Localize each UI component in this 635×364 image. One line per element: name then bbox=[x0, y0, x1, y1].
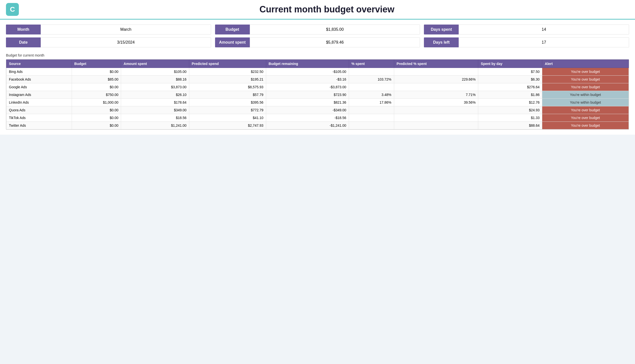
page-title: Current month budget overview bbox=[25, 4, 629, 15]
table-cell: $24.93 bbox=[478, 106, 542, 114]
table-row: Facebook Ads$85.00$88.16$195.21-$3.16103… bbox=[7, 76, 629, 83]
table-cell: -$1,241.00 bbox=[266, 122, 349, 130]
budget-table: Source Budget Amount spent Predicted spe… bbox=[6, 60, 629, 130]
table-cell: $821.36 bbox=[266, 99, 349, 106]
col-header-pct-spent: % spent bbox=[349, 60, 394, 68]
table-cell: $12.76 bbox=[478, 99, 542, 106]
col-header-amount-spent: Amount spent bbox=[121, 60, 189, 68]
table-cell: $88.64 bbox=[478, 122, 542, 130]
amount-spent-value: $5,879.46 bbox=[250, 38, 420, 47]
col-header-predicted-pct-spent: Predicted % spent bbox=[394, 60, 478, 68]
table-cell: $0.00 bbox=[72, 106, 121, 114]
table-cell: $105.00 bbox=[121, 68, 189, 76]
table-cell: $349.00 bbox=[121, 106, 189, 114]
table-cell: $1,241.00 bbox=[121, 122, 189, 130]
info-column-right: Days spent 14 Days left 17 bbox=[424, 24, 629, 47]
table-cell bbox=[349, 122, 394, 130]
table-cell bbox=[349, 114, 394, 122]
table-cell: $395.56 bbox=[189, 99, 266, 106]
table-cell: $85.00 bbox=[72, 76, 121, 83]
table-cell: $57.79 bbox=[189, 91, 266, 99]
month-label: Month bbox=[6, 24, 41, 34]
table-cell: $772.79 bbox=[189, 106, 266, 114]
date-value: 3/15/2024 bbox=[41, 38, 211, 47]
table-cell: Bing Ads bbox=[7, 68, 72, 76]
table-row: Bing Ads$0.00$105.00$232.50-$105.00$7.50… bbox=[7, 68, 629, 76]
info-grid: Month March Date 3/15/2024 Budget $1,835… bbox=[6, 24, 629, 47]
table-cell: LinkedIn Ads bbox=[7, 99, 72, 106]
table-cell bbox=[394, 114, 478, 122]
table-cell: Instagram Ads bbox=[7, 91, 72, 99]
days-spent-label: Days spent bbox=[424, 24, 459, 34]
table-cell: $1.86 bbox=[478, 91, 542, 99]
info-row-budget: Budget $1,835.00 bbox=[215, 24, 420, 34]
table-cell bbox=[394, 83, 478, 91]
section-title: Budget for current month bbox=[6, 53, 629, 57]
info-row-days-spent: Days spent 14 bbox=[424, 24, 629, 34]
logo-letter: C bbox=[10, 6, 15, 14]
alert-cell: You're over budget bbox=[542, 114, 629, 122]
table-cell: $0.00 bbox=[72, 114, 121, 122]
table-cell: 39.56% bbox=[394, 99, 478, 106]
alert-cell: You're within budget bbox=[542, 91, 629, 99]
table-cell: $26.10 bbox=[121, 91, 189, 99]
alert-cell: You're over budget bbox=[542, 83, 629, 91]
table-row: Quora Ads$0.00$349.00$772.79-$349.00$24.… bbox=[7, 106, 629, 114]
table-cell: -$3,873.00 bbox=[266, 83, 349, 91]
table-cell bbox=[394, 106, 478, 114]
table-cell: $276.64 bbox=[478, 83, 542, 91]
logo: C bbox=[6, 3, 19, 16]
table-cell: -$18.56 bbox=[266, 114, 349, 122]
table-cell: $7.50 bbox=[478, 68, 542, 76]
table-cell: 229.66% bbox=[394, 76, 478, 83]
table-cell: 103.72% bbox=[349, 76, 394, 83]
table-cell: 17.86% bbox=[349, 99, 394, 106]
info-row-days-left: Days left 17 bbox=[424, 38, 629, 47]
col-header-source: Source bbox=[7, 60, 72, 68]
col-header-predicted-spend: Predicted spend bbox=[189, 60, 266, 68]
table-cell bbox=[394, 68, 478, 76]
days-spent-value: 14 bbox=[459, 24, 629, 34]
table-cell: $1.33 bbox=[478, 114, 542, 122]
table-cell: Quora Ads bbox=[7, 106, 72, 114]
table-cell bbox=[349, 106, 394, 114]
table-cell: $0.00 bbox=[72, 68, 121, 76]
col-header-budget-remaining: Budget remaining bbox=[266, 60, 349, 68]
table-cell: 3.48% bbox=[349, 91, 394, 99]
info-column-center: Budget $1,835.00 Amount spent $5,879.46 bbox=[215, 24, 420, 47]
table-cell bbox=[394, 122, 478, 130]
table-cell: $41.10 bbox=[189, 114, 266, 122]
table-row: Instagram Ads$750.00$26.10$57.79$723.903… bbox=[7, 91, 629, 99]
days-left-value: 17 bbox=[459, 38, 629, 47]
alert-cell: You're over budget bbox=[542, 106, 629, 114]
table-cell: $232.50 bbox=[189, 68, 266, 76]
budget-value: $1,835.00 bbox=[250, 24, 420, 34]
header: C Current month budget overview bbox=[0, 0, 635, 20]
col-header-spent-by-day: Spent by day bbox=[478, 60, 542, 68]
budget-label: Budget bbox=[215, 24, 250, 34]
table-cell: $2,747.93 bbox=[189, 122, 266, 130]
amount-spent-label: Amount spent bbox=[215, 38, 250, 47]
table-cell: $1,000.00 bbox=[72, 99, 121, 106]
alert-cell: You're within budget bbox=[542, 99, 629, 106]
table-header-row: Source Budget Amount spent Predicted spe… bbox=[7, 60, 629, 68]
table-row: Google Ads$0.00$3,873.00$8,575.93-$3,873… bbox=[7, 83, 629, 91]
table-cell: $88.16 bbox=[121, 76, 189, 83]
table-cell: $18.56 bbox=[121, 114, 189, 122]
main-content: Month March Date 3/15/2024 Budget $1,835… bbox=[0, 20, 635, 135]
table-cell: $195.21 bbox=[189, 76, 266, 83]
table-cell: 7.71% bbox=[394, 91, 478, 99]
table-cell: $0.00 bbox=[72, 83, 121, 91]
table-wrapper: Source Budget Amount spent Predicted spe… bbox=[6, 59, 629, 130]
col-header-budget: Budget bbox=[72, 60, 121, 68]
table-cell: Facebook Ads bbox=[7, 76, 72, 83]
info-row-amount-spent: Amount spent $5,879.46 bbox=[215, 38, 420, 47]
days-left-label: Days left bbox=[424, 38, 459, 47]
date-label: Date bbox=[6, 38, 41, 47]
alert-cell: You're over budget bbox=[542, 68, 629, 76]
table-cell: -$105.00 bbox=[266, 68, 349, 76]
table-cell: -$349.00 bbox=[266, 106, 349, 114]
table-cell: $8,575.93 bbox=[189, 83, 266, 91]
table-cell: Google Ads bbox=[7, 83, 72, 91]
table-cell: $0.00 bbox=[72, 122, 121, 130]
